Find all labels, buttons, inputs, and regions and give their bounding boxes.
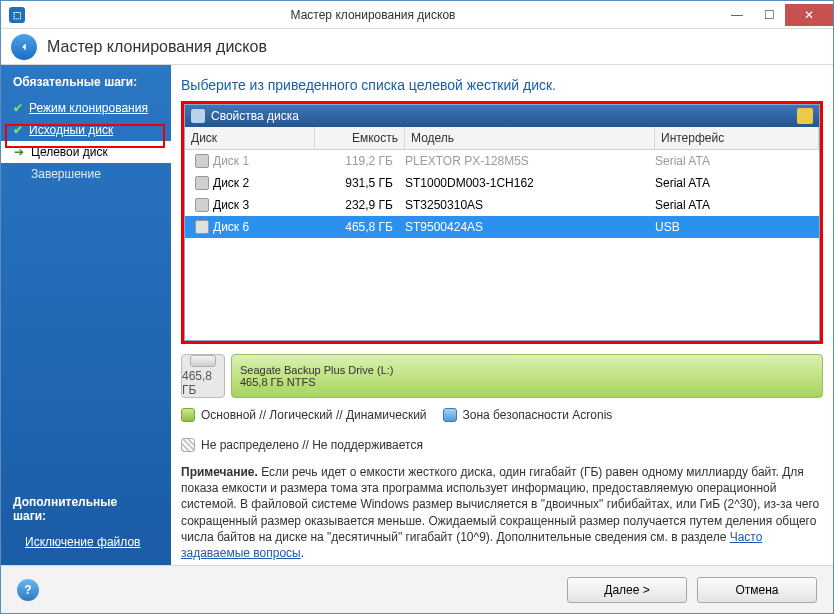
disk-icon bbox=[195, 198, 209, 212]
cell-disk: Диск 1 bbox=[213, 154, 249, 168]
cell-capacity: 465,8 ГБ bbox=[309, 218, 399, 236]
window-controls: — ☐ ✕ bbox=[721, 4, 833, 26]
note-label: Примечание. bbox=[181, 465, 258, 479]
legend-primary: Основной // Логический // Динамический bbox=[201, 408, 427, 422]
partition-bar[interactable]: Seagate Backup Plus Drive (L:) 465,8 ГБ … bbox=[231, 354, 823, 398]
main-area: Выберите из приведенного списка целевой … bbox=[171, 65, 833, 565]
titlebar: ⬚ Мастер клонирования дисков — ☐ ✕ bbox=[1, 1, 833, 29]
legend-unalloc: Не распределено // Не поддерживается bbox=[201, 438, 423, 452]
sidebar-item-step-0[interactable]: ✔Режим клонирования bbox=[1, 97, 171, 119]
drive-detail: 465,8 ГБ NTFS bbox=[240, 376, 814, 388]
cell-model: ST3250310AS bbox=[399, 196, 649, 214]
table-row[interactable]: Диск 1119,2 ГБ PLEXTOR PX-128M5SSerial A… bbox=[185, 150, 819, 172]
drive-size-label: 465,8 ГБ bbox=[182, 369, 224, 397]
help-button[interactable]: ? bbox=[17, 579, 39, 601]
footer: ? Далее > Отмена bbox=[1, 565, 833, 613]
disk-icon bbox=[195, 154, 209, 168]
cell-model: ST1000DM003-1CH162 bbox=[399, 174, 649, 192]
sidebar-item-step-1[interactable]: ✔Исходный диск bbox=[1, 119, 171, 141]
disk-icon bbox=[195, 220, 209, 234]
check-icon: ✔ bbox=[13, 101, 23, 115]
legend-zone-icon bbox=[443, 408, 457, 422]
col-interface[interactable]: Интерфейс bbox=[655, 127, 819, 149]
cell-interface: Serial ATA bbox=[649, 152, 819, 170]
minimize-button[interactable]: — bbox=[721, 4, 753, 26]
legend-zone: Зона безопасности Acronis bbox=[463, 408, 613, 422]
cancel-button[interactable]: Отмена bbox=[697, 577, 817, 603]
cell-disk: Диск 6 bbox=[213, 220, 249, 234]
sidebar-item-step-2[interactable]: ➔Целевой диск bbox=[1, 141, 171, 163]
arrow-left-icon bbox=[17, 40, 31, 54]
cell-interface: Serial ATA bbox=[649, 174, 819, 192]
app-icon: ⬚ bbox=[9, 7, 25, 23]
window-title: Мастер клонирования дисков bbox=[25, 8, 721, 22]
back-button[interactable] bbox=[11, 34, 37, 60]
cell-model: ST9500424AS bbox=[399, 218, 649, 236]
sidebar-item-exclude-files[interactable]: Исключение файлов bbox=[13, 531, 159, 553]
note-text: Примечание. Если речь идет о емкости жес… bbox=[181, 464, 823, 561]
col-model[interactable]: Модель bbox=[405, 127, 655, 149]
cell-capacity: 119,2 ГБ bbox=[309, 152, 399, 170]
table-row[interactable]: Диск 6465,8 ГБ ST9500424ASUSB bbox=[185, 216, 819, 238]
page-title: Выберите из приведенного списка целевой … bbox=[181, 77, 823, 93]
sidebar-item-label: Исключение файлов bbox=[25, 535, 140, 549]
cell-capacity: 931,5 ГБ bbox=[309, 174, 399, 192]
disk-icon bbox=[195, 176, 209, 190]
cell-disk: Диск 3 bbox=[213, 198, 249, 212]
steps-sidebar: Обязательные шаги: ✔Режим клонирования✔И… bbox=[1, 65, 171, 565]
drive-icon: 465,8 ГБ bbox=[181, 354, 225, 398]
edit-icon[interactable] bbox=[797, 108, 813, 124]
wizard-title: Мастер клонирования дисков bbox=[47, 38, 267, 56]
legend: Основной // Логический // Динамический З… bbox=[181, 408, 823, 452]
check-icon: ✔ bbox=[13, 123, 23, 137]
next-button[interactable]: Далее > bbox=[567, 577, 687, 603]
sidebar-item-label: Целевой диск bbox=[31, 145, 108, 159]
drive-preview: 465,8 ГБ Seagate Backup Plus Drive (L:) … bbox=[181, 354, 823, 398]
wizard-header: Мастер клонирования дисков bbox=[1, 29, 833, 65]
cell-disk: Диск 2 bbox=[213, 176, 249, 190]
table-row[interactable]: Диск 2931,5 ГБ ST1000DM003-1CH162Serial … bbox=[185, 172, 819, 194]
note-body: Если речь идет о емкости жесткого диска,… bbox=[181, 465, 819, 544]
cell-capacity: 232,9 ГБ bbox=[309, 196, 399, 214]
cell-interface: USB bbox=[649, 218, 819, 236]
highlight-frame: Свойства диска Диск Емкость Модель Интер… bbox=[181, 101, 823, 344]
panel-title: Свойства диска bbox=[211, 109, 299, 123]
sidebar-item-label: Завершение bbox=[31, 167, 101, 181]
arrow-right-icon: ➔ bbox=[13, 146, 25, 158]
disk-list: Диск 1119,2 ГБ PLEXTOR PX-128M5SSerial A… bbox=[185, 150, 819, 340]
cell-model: PLEXTOR PX-128M5S bbox=[399, 152, 649, 170]
legend-unalloc-icon bbox=[181, 438, 195, 452]
sidebar-item-label: Режим клонирования bbox=[29, 101, 148, 115]
disk-properties-panel: Свойства диска Диск Емкость Модель Интер… bbox=[184, 104, 820, 341]
table-header: Диск Емкость Модель Интерфейс bbox=[185, 127, 819, 150]
col-capacity[interactable]: Емкость bbox=[315, 127, 405, 149]
close-button[interactable]: ✕ bbox=[785, 4, 833, 26]
maximize-button[interactable]: ☐ bbox=[753, 4, 785, 26]
drive-name: Seagate Backup Plus Drive (L:) bbox=[240, 364, 814, 376]
table-row[interactable]: Диск 3232,9 ГБ ST3250310ASSerial ATA bbox=[185, 194, 819, 216]
required-steps-heading: Обязательные шаги: bbox=[1, 75, 171, 97]
legend-primary-icon bbox=[181, 408, 195, 422]
panel-header: Свойства диска bbox=[185, 105, 819, 127]
cell-interface: Serial ATA bbox=[649, 196, 819, 214]
sidebar-item-label: Исходный диск bbox=[29, 123, 113, 137]
col-disk[interactable]: Диск bbox=[185, 127, 315, 149]
disk-icon bbox=[191, 109, 205, 123]
sidebar-item-step-3[interactable]: Завершение bbox=[1, 163, 171, 185]
extra-steps-heading: Дополнительные шаги: bbox=[13, 495, 159, 531]
